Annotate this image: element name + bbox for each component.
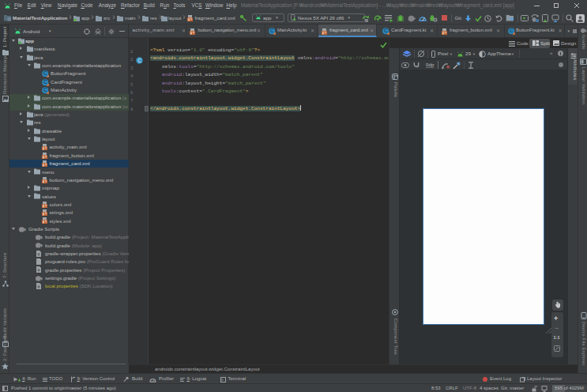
- svg-text:C: C: [137, 57, 141, 62]
